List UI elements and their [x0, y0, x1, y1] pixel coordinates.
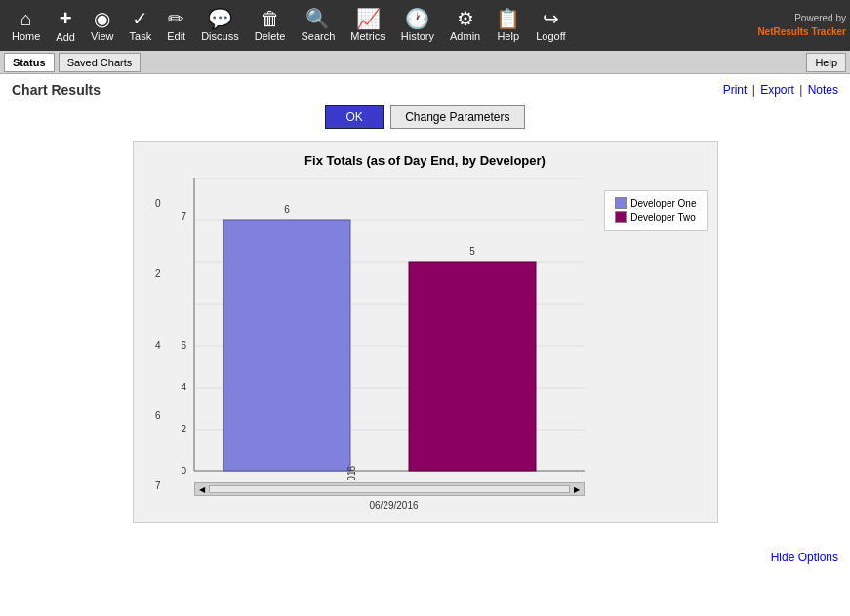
add-icon: + [60, 8, 72, 29]
bottom-bar: Hide Options [0, 543, 850, 572]
ok-button[interactable]: OK [325, 105, 383, 129]
svg-text:06/29/2016: 06/29/2016 [346, 466, 357, 480]
history-icon: 🕐 [405, 9, 429, 28]
top-navigation: ⌂ Home + Add ◉ View ✓ Task ✏ Edit 💬 Disc… [0, 0, 850, 51]
second-bar: Status Saved Charts Help [0, 51, 850, 74]
chart-scrollbar[interactable]: ◀ ▶ [194, 482, 585, 496]
chart-container: Fix Totals (as of Day End, by Developer)… [133, 141, 718, 523]
bar-developer-two [409, 262, 536, 471]
brand-info: Powered by NetResults Tracker [757, 12, 846, 39]
nav-item-home[interactable]: ⌂ Home [4, 7, 48, 44]
hide-options-link[interactable]: Hide Options [771, 551, 838, 564]
buttons-row: OK Change Parameters [12, 105, 838, 129]
legend-color-developer-one [615, 197, 627, 209]
help-icon: 📋 [496, 9, 520, 28]
nav-item-view[interactable]: ◉ View [83, 7, 122, 44]
svg-text:7: 7 [181, 211, 186, 222]
nav-item-history[interactable]: 🕐 History [393, 7, 442, 44]
edit-icon: ✏ [168, 9, 184, 28]
scroll-right-arrow[interactable]: ▶ [572, 485, 582, 494]
page-title: Chart Results [12, 82, 101, 98]
delete-icon: 🗑 [261, 9, 280, 28]
help-button[interactable]: Help [806, 53, 846, 72]
nav-item-logoff[interactable]: ↪ Logoff [528, 7, 573, 44]
export-link[interactable]: Export [760, 83, 794, 97]
y-axis: 7 6 4 2 0 [145, 198, 165, 491]
tab-status[interactable]: Status [4, 53, 55, 72]
scroll-track [209, 485, 570, 493]
nav-item-edit[interactable]: ✏ Edit [159, 7, 193, 44]
nav-item-delete[interactable]: 🗑 Delete [247, 7, 294, 44]
legend-item-developer-two: Developer Two [615, 211, 696, 223]
svg-text:6: 6 [284, 204, 290, 215]
tab-saved-charts[interactable]: Saved Charts [59, 53, 142, 72]
chart-title: Fix Totals (as of Day End, by Developer) [145, 153, 706, 168]
nav-item-metrics[interactable]: 📈 Metrics [343, 7, 392, 44]
nav-item-task[interactable]: ✓ Task [122, 7, 160, 44]
home-icon: ⌂ [20, 9, 32, 28]
svg-text:5: 5 [469, 246, 475, 257]
view-icon: ◉ [94, 9, 110, 28]
svg-text:0: 0 [181, 466, 186, 476]
content-header: Chart Results Print | Export | Notes [12, 82, 838, 98]
search-icon: 🔍 [305, 9, 330, 28]
legend-color-developer-two [615, 211, 627, 223]
metrics-icon: 📈 [356, 9, 381, 28]
logoff-icon: ↪ [543, 9, 559, 28]
nav-item-search[interactable]: 🔍 Search [293, 7, 343, 44]
legend-item-developer-one: Developer One [615, 197, 696, 209]
discuss-icon: 💬 [208, 9, 232, 28]
nav-item-discuss[interactable]: 💬 Discuss [193, 7, 247, 44]
main-content: Chart Results Print | Export | Notes OK … [0, 74, 850, 531]
svg-text:2: 2 [181, 424, 186, 434]
change-parameters-button[interactable]: Change Parameters [390, 105, 524, 129]
header-links: Print | Export | Notes [723, 83, 838, 97]
svg-text:6: 6 [181, 340, 186, 350]
x-axis-label: 06/29/2016 [194, 500, 594, 511]
bar-chart-svg: 0 2 4 6 7 6 5 06/29/20 [165, 178, 594, 480]
print-link[interactable]: Print [723, 83, 748, 97]
notes-link[interactable]: Notes [808, 83, 838, 97]
admin-icon: ⚙ [457, 9, 474, 28]
svg-text:4: 4 [181, 382, 186, 392]
task-icon: ✓ [132, 9, 148, 28]
nav-item-help[interactable]: 📋 Help [488, 7, 528, 44]
nav-item-add[interactable]: + Add [48, 6, 83, 45]
bar-developer-one [223, 220, 350, 471]
nav-item-admin[interactable]: ⚙ Admin [442, 7, 488, 44]
chart-legend: Developer One Developer Two [604, 190, 707, 231]
scroll-left-arrow[interactable]: ◀ [197, 485, 207, 494]
